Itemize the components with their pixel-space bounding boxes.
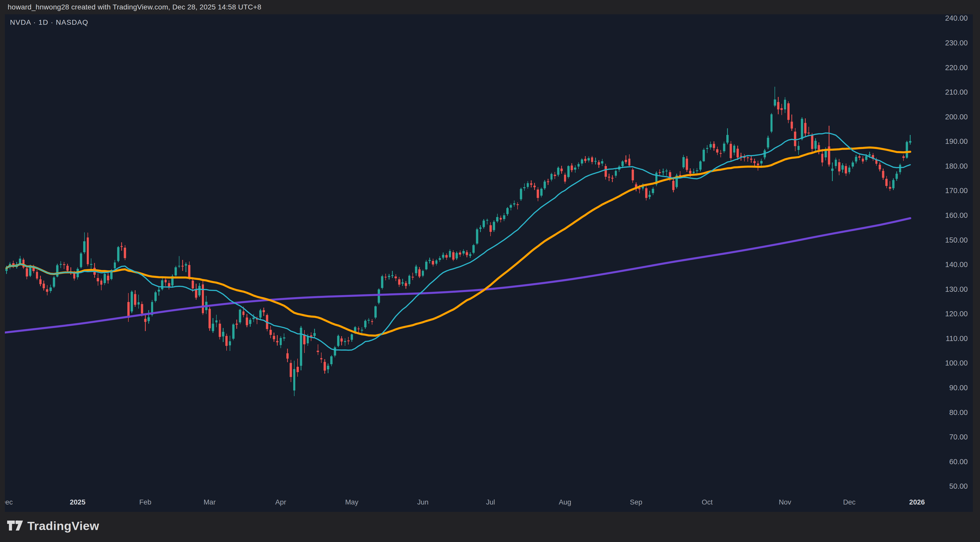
svg-text:Aug: Aug (558, 498, 571, 506)
svg-text:180.00: 180.00 (945, 162, 968, 170)
svg-text:2025: 2025 (70, 498, 86, 506)
svg-text:Mar: Mar (204, 498, 216, 506)
svg-text:Jun: Jun (417, 498, 428, 506)
svg-text:Dec: Dec (5, 498, 13, 506)
svg-text:210.00: 210.00 (945, 88, 968, 96)
svg-text:Nov: Nov (779, 498, 791, 506)
svg-text:50.00: 50.00 (949, 482, 968, 490)
svg-text:120.00: 120.00 (945, 310, 968, 318)
symbol-label: NVDA · 1D · NASDAQ (10, 18, 88, 27)
svg-text:70.00: 70.00 (949, 433, 968, 441)
ma20-line (6, 133, 910, 350)
time-axis: Dec2025FebMarAprMayJunJulAugSepOctNovDec… (5, 498, 925, 506)
svg-text:Dec: Dec (843, 498, 856, 506)
svg-text:150.00: 150.00 (945, 236, 968, 244)
svg-text:100.00: 100.00 (945, 359, 968, 367)
ma-lines-layer (5, 133, 910, 350)
svg-text:Sep: Sep (630, 498, 642, 506)
svg-text:170.00: 170.00 (945, 187, 968, 195)
svg-text:130.00: 130.00 (945, 285, 968, 293)
svg-text:140.00: 140.00 (945, 260, 968, 269)
price-axis: 240.00230.00220.00210.00200.00190.00180.… (945, 14, 968, 490)
svg-text:80.00: 80.00 (949, 408, 968, 417)
ma200-line (5, 218, 910, 333)
svg-text:Apr: Apr (275, 498, 286, 506)
svg-text:220.00: 220.00 (945, 63, 968, 72)
price-chart: 240.00230.00220.00210.00200.00190.00180.… (5, 14, 973, 512)
tradingview-mark-icon (6, 518, 24, 533)
svg-text:190.00: 190.00 (945, 137, 968, 146)
tradingview-logo[interactable]: TradingView (6, 518, 99, 534)
chart-pane[interactable]: 240.00230.00220.00210.00200.00190.00180.… (5, 14, 973, 512)
svg-text:200.00: 200.00 (945, 113, 968, 121)
svg-text:240.00: 240.00 (945, 14, 968, 22)
svg-text:Oct: Oct (702, 498, 713, 506)
svg-text:90.00: 90.00 (949, 384, 968, 392)
svg-text:Feb: Feb (139, 498, 151, 506)
svg-text:110.00: 110.00 (945, 334, 968, 342)
attribution-text: howard_hnwong28 created with TradingView… (8, 3, 261, 11)
svg-text:230.00: 230.00 (945, 39, 968, 47)
svg-text:May: May (345, 498, 358, 506)
candles-layer (5, 87, 912, 396)
svg-text:Jul: Jul (486, 498, 495, 506)
tradingview-wordmark: TradingView (27, 519, 99, 533)
svg-text:60.00: 60.00 (949, 458, 968, 466)
svg-text:2026: 2026 (909, 498, 925, 506)
svg-text:160.00: 160.00 (945, 211, 968, 219)
